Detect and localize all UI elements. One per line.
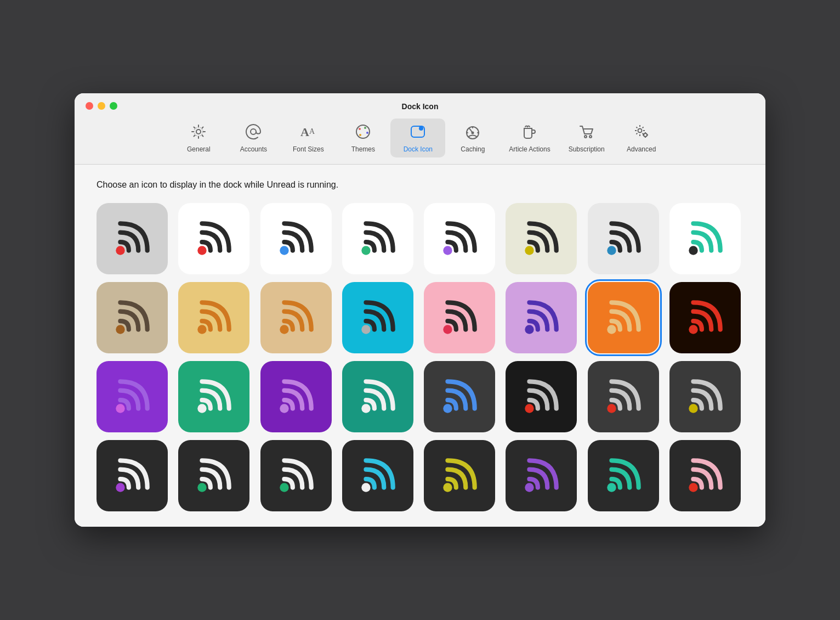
rss-icon — [356, 454, 400, 498]
icon-cell[interactable] — [424, 361, 495, 432]
svg-point-26 — [116, 325, 124, 334]
icon-cell[interactable] — [588, 203, 659, 274]
svg-point-23 — [525, 246, 534, 255]
icon-cell[interactable] — [342, 282, 413, 353]
svg-point-37 — [361, 404, 370, 413]
icon-cell[interactable] — [97, 361, 168, 432]
tab-subscription-label: Subscription — [569, 145, 605, 153]
rss-icon — [192, 454, 236, 498]
svg-point-22 — [443, 246, 452, 255]
svg-point-0 — [196, 129, 201, 134]
tab-caching-label: Caching — [461, 145, 485, 153]
rss-icon — [192, 217, 236, 261]
tab-accounts-label: Accounts — [240, 145, 267, 153]
rss-icon — [438, 296, 481, 340]
icon-cell[interactable] — [260, 361, 332, 432]
svg-point-14 — [584, 136, 587, 138]
svg-point-18 — [116, 246, 124, 255]
tab-accounts[interactable]: Accounts — [226, 119, 281, 157]
traffic-lights — [86, 102, 117, 110]
rss-icon — [274, 375, 318, 419]
tab-advanced[interactable]: Advanced — [614, 119, 669, 157]
icon-cell[interactable] — [506, 440, 577, 511]
svg-point-35 — [198, 404, 207, 413]
svg-point-29 — [361, 325, 370, 334]
icon-cell[interactable] — [178, 203, 249, 274]
icon-cell[interactable] — [588, 440, 659, 511]
svg-point-7 — [364, 127, 366, 129]
icon-cell[interactable] — [178, 361, 249, 432]
svg-point-27 — [198, 325, 207, 334]
mug-icon — [521, 123, 538, 143]
toolbar: General Accounts A A Font Sizes — [75, 111, 765, 157]
rss-icon — [601, 296, 645, 340]
rss-icon — [683, 375, 727, 419]
icon-cell[interactable] — [669, 440, 741, 511]
svg-point-49 — [689, 483, 697, 492]
svg-point-17 — [644, 133, 647, 137]
icon-cell[interactable] — [588, 361, 659, 432]
tab-article-actions[interactable]: Article Actions — [500, 119, 559, 157]
rss-icon — [274, 296, 318, 340]
svg-text:A: A — [309, 127, 315, 136]
rss-icon — [683, 217, 727, 261]
icon-cell[interactable] — [669, 282, 741, 353]
svg-point-24 — [607, 246, 616, 255]
minimize-button[interactable] — [98, 102, 105, 110]
rss-icon — [110, 296, 154, 340]
rss-icon — [192, 296, 236, 340]
icon-cell[interactable] — [260, 282, 332, 353]
maximize-button[interactable] — [110, 102, 117, 110]
icon-cell[interactable] — [342, 361, 413, 432]
text-icon: A A — [299, 123, 317, 143]
icon-cell[interactable] — [424, 203, 495, 274]
tab-font-sizes[interactable]: A A Font Sizes — [281, 119, 336, 157]
main-window: Dock Icon General Accounts — [75, 93, 765, 527]
icon-cell[interactable] — [342, 440, 413, 511]
icon-cell[interactable] — [97, 440, 168, 511]
icon-cell[interactable] — [260, 440, 332, 511]
tab-general[interactable]: General — [171, 119, 226, 157]
icon-cell[interactable] — [178, 282, 249, 353]
rss-icon — [683, 454, 727, 498]
tab-subscription[interactable]: Subscription — [559, 119, 614, 157]
palette-icon — [354, 123, 372, 143]
icon-cell[interactable] — [506, 282, 577, 353]
rss-icon — [519, 454, 563, 498]
icon-cell[interactable] — [424, 440, 495, 511]
icon-cell[interactable] — [669, 361, 741, 432]
icon-cell[interactable] — [506, 361, 577, 432]
tab-themes[interactable]: Themes — [336, 119, 390, 157]
svg-point-32 — [607, 325, 616, 334]
rss-icon — [110, 375, 154, 419]
at-icon — [245, 123, 262, 143]
window-title: Dock Icon — [402, 102, 439, 111]
rss-icon — [683, 296, 727, 340]
icon-cell[interactable] — [669, 203, 741, 274]
svg-point-28 — [280, 325, 288, 334]
icon-cell[interactable] — [178, 440, 249, 511]
svg-point-30 — [443, 325, 452, 334]
rss-icon — [274, 217, 318, 261]
icon-cell[interactable] — [97, 203, 168, 274]
svg-point-20 — [280, 246, 288, 255]
close-button[interactable] — [86, 102, 93, 110]
icon-cell[interactable] — [97, 282, 168, 353]
rss-icon — [110, 454, 154, 498]
rss-icon — [601, 375, 645, 419]
icon-cell[interactable] — [588, 282, 659, 353]
content-area: Choose an icon to display in the dock wh… — [75, 165, 765, 527]
icon-cell[interactable] — [260, 203, 332, 274]
svg-point-33 — [689, 325, 697, 334]
svg-point-45 — [361, 483, 370, 492]
icon-cell[interactable] — [424, 282, 495, 353]
icon-cell[interactable] — [506, 203, 577, 274]
rss-icon — [438, 454, 481, 498]
svg-point-15 — [589, 136, 592, 138]
rss-icon — [192, 375, 236, 419]
svg-point-31 — [525, 325, 534, 334]
icon-cell[interactable] — [342, 203, 413, 274]
svg-point-47 — [525, 483, 534, 492]
tab-dock-icon[interactable]: Dock Icon — [390, 119, 445, 157]
tab-caching[interactable]: Caching — [445, 119, 500, 157]
